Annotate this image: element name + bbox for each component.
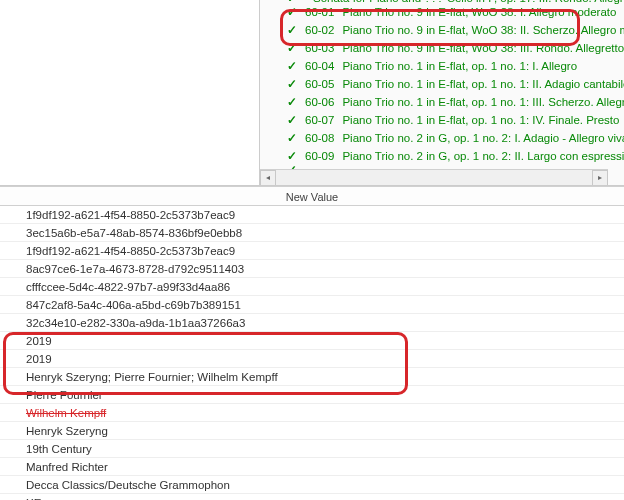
horizontal-scrollbar[interactable]: ◂ ▸ — [260, 169, 608, 185]
table-row[interactable]: 32c34e10-e282-330a-a9da-1b1aa37266a3 — [0, 314, 624, 332]
track-number: 60-08 — [305, 132, 334, 144]
check-icon: ✓ — [287, 95, 299, 109]
track-number: 60-07 — [305, 114, 334, 126]
check-icon: ✓ — [287, 113, 299, 127]
track-title: Piano Trio no. 2 in G, op. 1 no. 2: II. … — [342, 150, 624, 162]
scroll-left-button[interactable]: ◂ — [260, 170, 276, 186]
track-title: Piano Trio no. 9 in E-flat, WoO 38: III.… — [342, 42, 624, 54]
track-title: Sonata for Piano and ??? Cello in F, op.… — [313, 0, 624, 4]
track-title: Piano Trio no. 2 in G, op. 1 no. 2: I. A… — [342, 132, 624, 144]
table-row[interactable]: Wilhelm Kempff — [0, 404, 624, 422]
track-number: 60-02 — [305, 24, 334, 36]
track-row[interactable]: ✓ 60-06 Piano Trio no. 1 in E-flat, op. … — [260, 93, 624, 111]
track-row[interactable]: ✓ Sonata for Piano and ??? Cello in F, o… — [260, 0, 624, 3]
track-number: 60-06 — [305, 96, 334, 108]
left-panel — [0, 0, 259, 186]
track-row[interactable]: ✓ 60-09 Piano Trio no. 2 in G, op. 1 no.… — [260, 147, 624, 165]
track-row[interactable]: ✓ 60-02 Piano Trio no. 9 in E-flat, WoO … — [260, 21, 624, 39]
table-row[interactable]: Decca Classics/Deutsche Grammophon — [0, 476, 624, 494]
track-row[interactable]: ✓ 60-03 Piano Trio no. 9 in E-flat, WoO … — [260, 39, 624, 57]
table-row[interactable]: Henryk Szeryng; Pierre Fournier; Wilhelm… — [0, 368, 624, 386]
table-row[interactable]: Manfred Richter — [0, 458, 624, 476]
track-number: 60-03 — [305, 42, 334, 54]
check-icon: ✓ — [287, 41, 299, 55]
table-row[interactable]: 2019 — [0, 350, 624, 368]
table-row[interactable]: XE — [0, 494, 624, 500]
track-row[interactable]: ✓ 60-08 Piano Trio no. 2 in G, op. 1 no.… — [260, 129, 624, 147]
track-number: 60-05 — [305, 78, 334, 90]
tracks-panel: ✓ Sonata for Piano and ??? Cello in F, o… — [259, 0, 624, 186]
table-row[interactable]: 1f9df192-a621-4f54-8850-2c5373b7eac9 — [0, 242, 624, 260]
track-row[interactable]: ✓ 60-01 Piano Trio no. 9 in E-flat, WoO … — [260, 3, 624, 21]
table-row[interactable]: Henryk Szeryng — [0, 422, 624, 440]
table-row[interactable]: 3ec15a6b-e5a7-48ab-8574-836bf9e0ebb8 — [0, 224, 624, 242]
track-row[interactable]: ✓ 60-04 Piano Trio no. 1 in E-flat, op. … — [260, 57, 624, 75]
track-number: 60-09 — [305, 150, 334, 162]
table-row[interactable]: Pierre Fournier — [0, 386, 624, 404]
track-list[interactable]: ✓ Sonata for Piano and ??? Cello in F, o… — [260, 0, 624, 170]
table-row[interactable]: 19th Century — [0, 440, 624, 458]
table-row[interactable]: 847c2af8-5a4c-406a-a5bd-c69b7b389151 — [0, 296, 624, 314]
check-icon: ✓ — [287, 59, 299, 73]
track-number: 60-04 — [305, 60, 334, 72]
track-title: Piano Trio no. 9 in E-flat, WoO 38: II. … — [342, 24, 624, 36]
track-row[interactable]: ✓ 60-05 Piano Trio no. 1 in E-flat, op. … — [260, 75, 624, 93]
table-row[interactable]: 8ac97ce6-1e7a-4673-8728-d792c9511403 — [0, 260, 624, 278]
track-number: 60-01 — [305, 6, 334, 18]
track-title: Piano Trio no. 1 in E-flat, op. 1 no. 1:… — [342, 114, 619, 126]
track-title: Piano Trio no. 1 in E-flat, op. 1 no. 1:… — [342, 60, 577, 72]
check-icon: ✓ — [287, 5, 299, 19]
track-title: Piano Trio no. 1 in E-flat, op. 1 no. 1:… — [342, 78, 624, 90]
track-row[interactable]: ✓ 60-07 Piano Trio no. 1 in E-flat, op. … — [260, 111, 624, 129]
table-row[interactable]: cfffccee-5d4c-4822-97b7-a99f33d4aa86 — [0, 278, 624, 296]
table-body: 1f9df192-a621-4f54-8850-2c5373b7eac9 3ec… — [0, 206, 624, 500]
track-title: Piano Trio no. 1 in E-flat, op. 1 no. 1:… — [342, 96, 624, 108]
check-icon: ✓ — [287, 131, 299, 145]
table-row[interactable]: 1f9df192-a621-4f54-8850-2c5373b7eac9 — [0, 206, 624, 224]
table-row[interactable]: 2019 — [0, 332, 624, 350]
track-title: Piano Trio no. 9 in E-flat, WoO 38: I. A… — [342, 6, 616, 18]
column-header[interactable]: New Value — [0, 186, 624, 206]
check-icon: ✓ — [287, 77, 299, 91]
value-table: New Value 1f9df192-a621-4f54-8850-2c5373… — [0, 186, 624, 500]
check-icon: ✓ — [287, 149, 299, 163]
scroll-right-button[interactable]: ▸ — [592, 170, 608, 186]
check-icon: ✓ — [287, 23, 299, 37]
